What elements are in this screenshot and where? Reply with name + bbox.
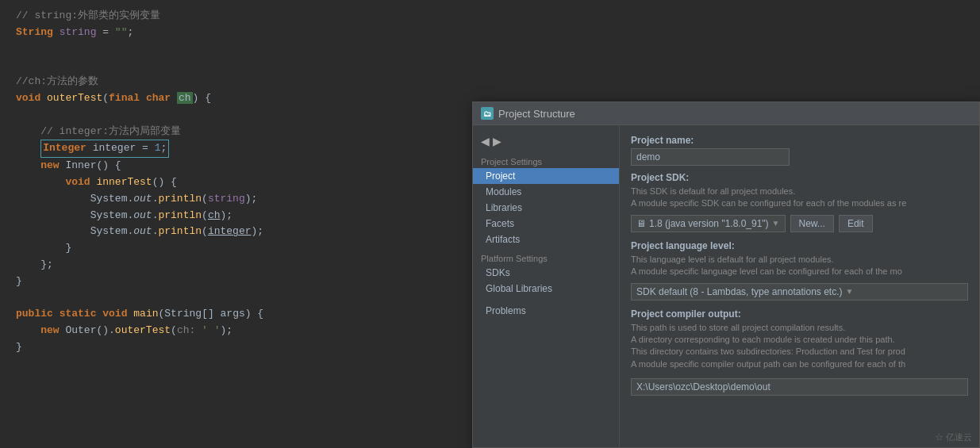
code-line-3 — [16, 41, 964, 58]
nav-item-sdks[interactable]: SDKs — [473, 265, 619, 281]
project-structure-dialog: 🗂 Project Structure ◀ ▶ Project Settings… — [472, 101, 980, 448]
nav-item-global-libraries[interactable]: Global Libraries — [473, 281, 619, 297]
edit-sdk-button[interactable]: Edit — [839, 215, 873, 232]
code-line-2: String string = ""; — [16, 25, 964, 41]
dialog-icon: 🗂 — [481, 107, 494, 120]
nav-arrows: ◀ ▶ — [473, 132, 619, 154]
dialog-sidebar: ◀ ▶ Project Settings Project Modules Lib… — [473, 125, 620, 447]
lang-value-text: SDK default (8 - Lambdas, type annotatio… — [636, 286, 842, 297]
output-path-input[interactable] — [631, 378, 968, 396]
project-name-input[interactable] — [631, 148, 790, 166]
forward-arrow[interactable]: ▶ — [493, 135, 502, 147]
dialog-titlebar: 🗂 Project Structure — [473, 102, 979, 125]
project-settings-label: Project Settings — [473, 154, 619, 168]
code-line-4 — [16, 57, 964, 74]
project-sdk-desc1: This SDK is default for all project modu… — [631, 186, 968, 210]
nav-item-problems[interactable]: Problems — [473, 303, 619, 319]
code-line-1: // string:外部类的实例变量 — [16, 8, 964, 25]
new-sdk-button[interactable]: New... — [790, 215, 834, 232]
project-output-label: Project compiler output: — [631, 308, 968, 320]
code-line-5: //ch:方法的参数 — [16, 74, 964, 90]
nav-item-modules[interactable]: Modules — [473, 184, 619, 200]
nav-item-facets[interactable]: Facets — [473, 216, 619, 232]
platform-settings-label: Platform Settings — [473, 247, 619, 265]
project-lang-label: Project language level: — [631, 240, 968, 251]
sdk-dropdown[interactable]: 🖥 1.8 (java version "1.8.0_91") ▼ — [631, 215, 786, 232]
nav-item-libraries[interactable]: Libraries — [473, 200, 619, 216]
dialog-content: Project name: Project SDK: This SDK is d… — [620, 125, 979, 447]
watermark: ☆ 亿速云 — [935, 431, 972, 443]
project-sdk-label: Project SDK: — [631, 172, 968, 183]
lang-dropdown[interactable]: SDK default (8 - Lambdas, type annotatio… — [631, 283, 968, 301]
dialog-body: ◀ ▶ Project Settings Project Modules Lib… — [473, 125, 979, 447]
comment-text: // string:外部类的实例变量 — [16, 10, 160, 21]
lang-dropdown-arrow-icon: ▼ — [845, 287, 853, 296]
project-output-desc: This path is used to store all project c… — [631, 322, 968, 371]
nav-item-project[interactable]: Project — [473, 168, 619, 184]
nav-item-artifacts[interactable]: Artifacts — [473, 232, 619, 247]
dialog-title: Project Structure — [498, 108, 575, 120]
sdk-row: 🖥 1.8 (java version "1.8.0_91") ▼ New...… — [631, 215, 968, 232]
highlighted-line: Integer integer = 1; — [40, 140, 169, 158]
project-name-label: Project name: — [631, 135, 968, 146]
sdk-version-text: 1.8 (java version "1.8.0_91") — [649, 218, 769, 229]
project-lang-desc: This language level is default for all p… — [631, 254, 968, 278]
sdk-dropdown-arrow-icon: ▼ — [772, 219, 780, 228]
sdk-icon: 🖥 — [636, 218, 646, 229]
back-arrow[interactable]: ◀ — [481, 135, 490, 147]
